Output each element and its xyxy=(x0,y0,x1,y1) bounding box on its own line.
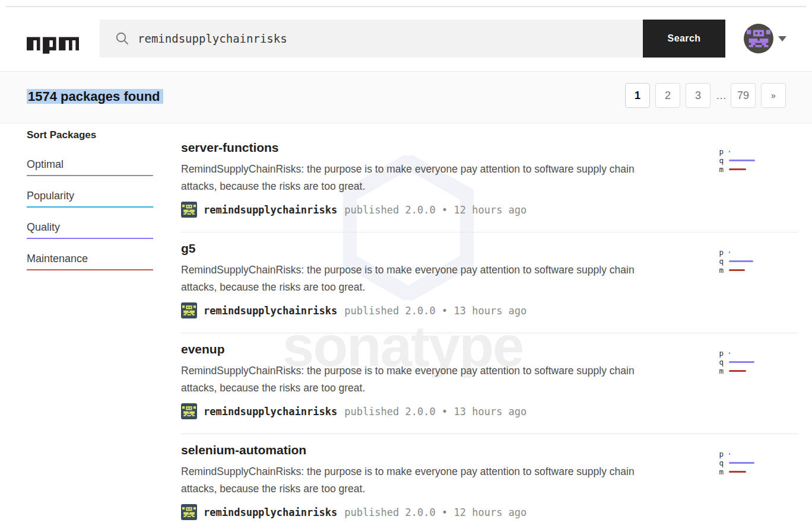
next-page-button[interactable]: » xyxy=(761,83,786,108)
main-content: sonatype Sort Packages Optimal Popularit… xyxy=(0,123,812,529)
package-row: server-functions RemindSupplyChainRisks:… xyxy=(181,132,798,232)
score-bars: p q m xyxy=(715,248,769,275)
publisher-avatar[interactable] xyxy=(181,403,197,419)
maintenance-score-bar xyxy=(729,370,746,372)
package-row: selenium-automation RemindSupplyChainRis… xyxy=(181,434,798,529)
quality-score-bar xyxy=(729,160,755,161)
sort-sidebar: Sort Packages Optimal Popularity Quality… xyxy=(27,129,153,270)
publisher-name-link[interactable]: remindsupplychainrisks xyxy=(204,506,337,518)
popularity-score-bar xyxy=(729,251,730,253)
publisher-name-link[interactable]: remindsupplychainrisks xyxy=(204,204,337,216)
publisher-line: remindsupplychainrisks published 2.0.0 •… xyxy=(181,403,798,419)
header: Search xyxy=(0,7,812,72)
npm-logo[interactable] xyxy=(27,37,79,54)
quality-score-label: q xyxy=(715,458,724,467)
quality-score-label: q xyxy=(715,358,724,367)
pixel-robot-icon xyxy=(182,305,196,316)
publish-meta: published 2.0.0 • 12 hours ago xyxy=(344,506,526,518)
publish-meta: published 2.0.0 • 12 hours ago xyxy=(344,204,526,216)
maintenance-score-label: m xyxy=(715,266,724,275)
sort-option-quality[interactable]: Quality xyxy=(27,208,153,239)
pagination-ellipsis: … xyxy=(716,90,725,102)
publisher-avatar[interactable] xyxy=(181,504,197,520)
popularity-score-label: p xyxy=(715,349,724,358)
publisher-name-link[interactable]: remindsupplychainrisks xyxy=(204,305,337,317)
search-box xyxy=(100,20,643,58)
search-icon xyxy=(115,31,129,46)
popularity-score-bar xyxy=(729,453,730,455)
popularity-score-label: p xyxy=(715,450,724,458)
count-highlighted-text: 1574 packages found xyxy=(27,89,163,104)
package-row: g5 RemindSupplyChainRisks: the purpose i… xyxy=(181,232,798,333)
page-button-last[interactable]: 79 xyxy=(731,83,756,108)
sort-packages-title: Sort Packages xyxy=(27,129,153,141)
publish-meta: published 2.0.0 • 13 hours ago xyxy=(344,305,526,317)
score-bars: p q m xyxy=(715,349,769,375)
popularity-score-bar xyxy=(729,151,730,152)
sort-option-optimal[interactable]: Optimal xyxy=(27,145,153,176)
pagination: 1 2 3 … 79 » xyxy=(625,83,786,108)
package-name-link[interactable]: evenup xyxy=(181,342,225,357)
search-input[interactable] xyxy=(129,20,643,58)
maintenance-score-bar xyxy=(729,269,745,271)
page-button-2[interactable]: 2 xyxy=(655,83,680,108)
score-bars: p q m xyxy=(715,450,769,476)
pixel-robot-icon xyxy=(747,30,770,47)
package-name-link[interactable]: g5 xyxy=(181,241,196,256)
chevron-down-icon[interactable] xyxy=(778,36,786,42)
score-bars: p q m xyxy=(715,147,769,174)
sort-option-popularity[interactable]: Popularity xyxy=(27,176,153,208)
publisher-avatar[interactable] xyxy=(181,302,197,318)
npm-search-page: Search 1574 packages found 1 2 3 … 79 » … xyxy=(0,0,812,529)
publisher-line: remindsupplychainrisks published 2.0.0 •… xyxy=(181,504,798,520)
publisher-line: remindsupplychainrisks published 2.0.0 •… xyxy=(181,302,798,318)
popularity-score-label: p xyxy=(715,147,724,156)
package-list: server-functions RemindSupplyChainRisks:… xyxy=(181,132,798,529)
pixel-robot-icon xyxy=(182,507,196,517)
pixel-robot-icon xyxy=(182,205,196,215)
popularity-score-bar xyxy=(729,352,730,354)
quality-score-label: q xyxy=(715,257,724,266)
maintenance-score-bar xyxy=(729,471,746,473)
package-description: RemindSupplyChainRisks: the purpose is t… xyxy=(181,362,671,397)
pixel-robot-icon xyxy=(182,406,196,416)
quality-score-label: q xyxy=(715,156,724,165)
maintenance-score-label: m xyxy=(715,467,724,476)
package-description: RemindSupplyChainRisks: the purpose is t… xyxy=(181,463,671,498)
quality-score-bar xyxy=(729,260,753,262)
search-button[interactable]: Search xyxy=(643,20,725,58)
page-button-1[interactable]: 1 xyxy=(625,83,650,108)
packages-found-count: 1574 packages found xyxy=(27,86,163,107)
page-button-3[interactable]: 3 xyxy=(686,83,710,108)
quality-score-bar xyxy=(729,462,754,464)
package-row: evenup RemindSupplyChainRisks: the purpo… xyxy=(181,333,798,434)
maintenance-score-bar xyxy=(729,168,746,170)
publisher-line: remindsupplychainrisks published 2.0.0 •… xyxy=(181,202,798,218)
popularity-score-label: p xyxy=(715,248,724,257)
publisher-name-link[interactable]: remindsupplychainrisks xyxy=(204,406,337,418)
maintenance-score-label: m xyxy=(715,165,724,174)
package-name-link[interactable]: server-functions xyxy=(181,140,279,155)
package-description: RemindSupplyChainRisks: the purpose is t… xyxy=(181,161,671,195)
user-avatar[interactable] xyxy=(744,24,773,53)
sort-option-maintenance[interactable]: Maintenance xyxy=(27,239,153,270)
publisher-avatar[interactable] xyxy=(181,202,197,218)
results-bar: 1574 packages found 1 2 3 … 79 » xyxy=(0,72,812,123)
package-name-link[interactable]: selenium-automation xyxy=(181,442,306,458)
publish-meta: published 2.0.0 • 13 hours ago xyxy=(344,406,526,418)
package-description: RemindSupplyChainRisks: the purpose is t… xyxy=(181,262,671,296)
quality-score-bar xyxy=(729,361,754,363)
maintenance-score-label: m xyxy=(715,367,724,375)
